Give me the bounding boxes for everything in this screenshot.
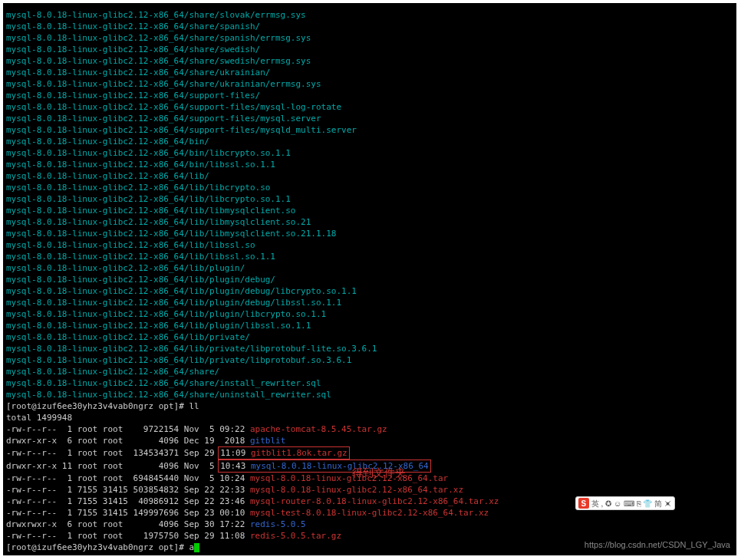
ls-row: -rw-r--r-- 1 root root 9722154 Nov 5 09:… [6,423,733,435]
ime-button[interactable]: ⌨ [624,499,637,508]
typed-char: a [189,542,194,552]
tar-line: mysql-8.0.18-linux-glibc2.12-x86_64/shar… [6,389,733,400]
ls-meta: -rw-r--r-- 1 root root 9722154 Nov 5 09:… [6,424,250,434]
ime-logo-icon[interactable]: S [578,498,589,509]
tar-line: mysql-8.0.18-linux-glibc2.12-x86_64/shar… [6,377,733,389]
ls-meta: -rw-r--r-- 1 7155 31415 503854832 Sep 22… [6,485,250,495]
ls-filename: mysql-8.0.18-linux-glibc2.12-x86_64.tar [250,473,448,483]
tar-line: mysql-8.0.18-linux-glibc2.12-x86_64/lib/… [6,320,733,331]
tar-line: mysql-8.0.18-linux-glibc2.12-x86_64/bin/… [6,147,733,159]
watermark: https://blog.csdn.net/CSDN_LGY_Java [585,539,730,551]
tar-line: mysql-8.0.18-linux-glibc2.12-x86_64/lib/… [6,308,733,320]
ls-filename: mysql-router-8.0.18-linux-glibc2.12-x86_… [250,496,499,506]
ls-meta: -rw-r--r-- 1 7155 31415 149997696 Sep 23… [6,508,250,518]
tar-line: mysql-8.0.18-linux-glibc2.12-x86_64/lib/… [6,274,733,285]
tar-line: mysql-8.0.18-linux-glibc2.12-x86_64/lib/… [6,182,733,193]
tar-line: mysql-8.0.18-linux-glibc2.12-x86_64/shar… [6,55,733,67]
tar-line: mysql-8.0.18-linux-glibc2.12-x86_64/supp… [6,101,733,113]
tar-line: mysql-8.0.18-linux-glibc2.12-x86_64/lib/… [6,297,733,308]
prompt-command: ll [189,401,199,411]
tar-line: mysql-8.0.18-linux-glibc2.12-x86_64/shar… [6,9,733,21]
tar-line: mysql-8.0.18-linux-glibc2.12-x86_64/lib/… [6,285,733,297]
ime-button[interactable]: ☺ [614,499,624,508]
cursor [194,543,199,552]
prompt-prefix: [root@izuf6ee30yhz3v4vab0ngrz opt]# [6,542,189,552]
prompt-prefix: [root@izuf6ee30yhz3v4vab0ngrz opt]# [6,401,189,411]
tar-line: mysql-8.0.18-linux-glibc2.12-x86_64/lib/… [6,262,733,274]
ime-button[interactable]: ✪ [605,499,614,508]
ls-filename: redis-5.0.5 [250,519,306,529]
ime-toolbar[interactable]: S 英 , ✪ ☺ ⌨ ⎘ 👕 简 ⯍ [575,496,675,510]
tar-line: mysql-8.0.18-linux-glibc2.12-x86_64/lib/… [6,331,733,343]
tar-line: mysql-8.0.18-linux-glibc2.12-x86_64/shar… [6,366,733,377]
tar-line: mysql-8.0.18-linux-glibc2.12-x86_64/bin/… [6,159,733,170]
tar-line: mysql-8.0.18-linux-glibc2.12-x86_64/lib/ [6,170,733,182]
ls-meta: drwxr-xr-x 6 root root 4096 Dec 19 2018 [6,436,250,446]
tar-line: mysql-8.0.18-linux-glibc2.12-x86_64/shar… [6,44,733,55]
tar-line: mysql-8.0.18-linux-glibc2.12-x86_64/lib/… [6,239,733,251]
ls-filename: gitblit [250,436,285,446]
ls-meta: drwxr-xr-x 11 root root 4096 Nov 5 [6,461,219,471]
ls-row: drwxrwxr-x 6 root root 4096 Sep 30 17:22… [6,519,733,530]
tar-line: mysql-8.0.18-linux-glibc2.12-x86_64/shar… [6,78,733,90]
ime-button[interactable]: 简 [654,499,664,508]
tar-line: mysql-8.0.18-linux-glibc2.12-x86_64/lib/… [6,193,733,205]
tar-line: mysql-8.0.18-linux-glibc2.12-x86_64/shar… [6,67,733,78]
ls-row: drwxr-xr-x 6 root root 4096 Dec 19 2018 … [6,435,733,446]
tar-line: mysql-8.0.18-linux-glibc2.12-x86_64/lib/… [6,343,733,354]
tar-line: mysql-8.0.18-linux-glibc2.12-x86_64/lib/… [6,205,733,216]
prompt-line-1: [root@izuf6ee30yhz3v4vab0ngrz opt]# ll [6,400,733,412]
ls-filename: redis-5.0.5.tar.gz [250,531,341,541]
tar-line: mysql-8.0.18-linux-glibc2.12-x86_64/lib/… [6,216,733,228]
tar-line: mysql-8.0.18-linux-glibc2.12-x86_64/lib/… [6,251,733,262]
annotation-label: 得到文件夹 [352,467,406,479]
highlight-box: 11:09 gitblit1.8ok.tar.gz [218,446,350,460]
tar-line: mysql-8.0.18-linux-glibc2.12-x86_64/supp… [6,113,733,124]
ls-filename: gitblit1.8ok.tar.gz [251,448,347,458]
ls-filename: mysql-8.0.18-linux-glibc2.12-x86_64.tar.… [250,485,463,495]
ls-meta: drwxrwxr-x 6 root root 4096 Sep 30 17:22 [6,519,250,529]
total-line: total 1499948 [6,412,733,423]
tar-line: mysql-8.0.18-linux-glibc2.12-x86_64/lib/… [6,228,733,239]
tar-line: mysql-8.0.18-linux-glibc2.12-x86_64/shar… [6,32,733,44]
tar-line: mysql-8.0.18-linux-glibc2.12-x86_64/bin/ [6,136,733,147]
ime-button[interactable]: 英 [591,499,601,508]
ls-row: -rw-r--r-- 1 root root 134534371 Sep 29 … [6,446,733,460]
ls-meta: -rw-r--r-- 1 7155 31415 40986912 Sep 22 … [6,496,250,506]
ls-meta: -rw-r--r-- 1 root root 694845440 Nov 5 1… [6,473,250,483]
terminal-window[interactable]: mysql-8.0.18-linux-glibc2.12-x86_64/shar… [3,3,736,555]
tar-line: mysql-8.0.18-linux-glibc2.12-x86_64/shar… [6,21,733,32]
ls-row: -rw-r--r-- 1 7155 31415 503854832 Sep 22… [6,484,733,496]
ls-filename: mysql-test-8.0.18-linux-glibc2.12-x86_64… [250,508,489,518]
ls-meta: -rw-r--r-- 1 root root 134534371 Sep 29 [6,448,219,458]
ls-output: -rw-r--r-- 1 root root 9722154 Nov 5 09:… [6,423,733,542]
tar-output: mysql-8.0.18-linux-glibc2.12-x86_64/shar… [6,9,733,400]
ime-button[interactable]: 👕 [643,499,654,508]
ls-meta: -rw-r--r-- 1 root root 1975750 Sep 29 11… [6,531,250,541]
ls-filename: apache-tomcat-8.5.45.tar.gz [250,424,387,434]
tar-line: mysql-8.0.18-linux-glibc2.12-x86_64/lib/… [6,354,733,366]
tar-line: mysql-8.0.18-linux-glibc2.12-x86_64/supp… [6,124,733,136]
ime-button[interactable]: ⯍ [664,499,672,508]
tar-line: mysql-8.0.18-linux-glibc2.12-x86_64/supp… [6,90,733,101]
